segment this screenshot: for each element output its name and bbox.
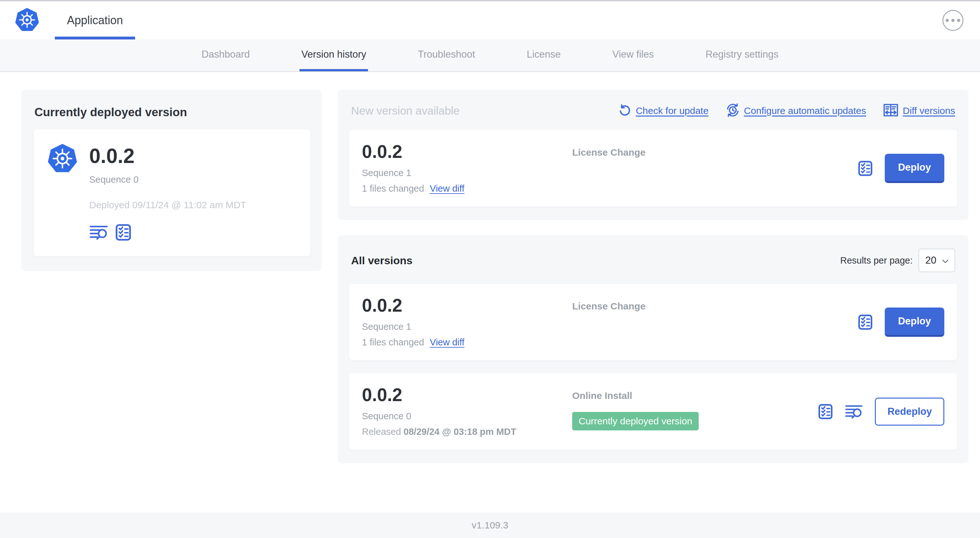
- released-date: 08/29/24 @ 03:18 pm MDT: [404, 427, 517, 437]
- currently-deployed-panel: Currently deployed version: [21, 90, 322, 271]
- results-per-page-value: 20: [926, 255, 936, 266]
- deploy-logs-icon[interactable]: [845, 404, 863, 419]
- deploy-logs-icon[interactable]: [89, 225, 108, 240]
- main-content: Currently deployed version: [0, 72, 980, 513]
- currently-deployed-card: 0.0.2 Sequence 0 Deployed 09/11/24 @ 11:…: [34, 129, 310, 256]
- version-number: 0.0.2: [362, 297, 572, 314]
- check-for-update-link[interactable]: Check for update: [618, 103, 708, 118]
- ellipsis-menu-icon[interactable]: [942, 10, 963, 31]
- tab-dashboard[interactable]: Dashboard: [199, 40, 252, 71]
- kubernetes-logo: [15, 7, 40, 33]
- app-tab-application[interactable]: Application: [55, 1, 135, 40]
- app-tab-label: Application: [67, 14, 123, 27]
- page-tabs: Dashboard Version history Troubleshoot L…: [0, 40, 980, 72]
- tab-view-files[interactable]: View files: [611, 40, 655, 71]
- version-row-sequence-0: 0.0.2 Sequence 0 Released 08/29/24 @ 03:…: [349, 373, 957, 450]
- files-changed-label: 1 files changed: [362, 337, 424, 348]
- diff-versions-link[interactable]: Diff versions: [883, 103, 955, 118]
- view-diff-link[interactable]: View diff: [430, 183, 465, 194]
- tab-registry-settings[interactable]: Registry settings: [703, 40, 780, 71]
- version-source-label: License Change: [572, 301, 646, 311]
- diff-versions-icon: [883, 103, 899, 118]
- new-version-title: New version available: [351, 105, 460, 117]
- footer: v1.109.3: [0, 513, 980, 538]
- currently-deployed-badge: Currently deployed version: [572, 412, 699, 430]
- version-number: 0.0.2: [362, 143, 572, 161]
- current-sequence: Sequence 0: [89, 175, 246, 185]
- tab-troubleshoot[interactable]: Troubleshoot: [416, 40, 477, 71]
- deploy-button[interactable]: Deploy: [885, 308, 944, 337]
- version-sequence: Sequence 1: [362, 322, 572, 332]
- current-version-number: 0.0.2: [89, 146, 246, 166]
- configure-automatic-updates-link[interactable]: Configure automatic updates: [726, 103, 866, 118]
- results-per-page-label: Results per page:: [840, 255, 912, 266]
- kubernetes-logo: [47, 143, 78, 241]
- released-prefix: Released: [362, 427, 404, 437]
- redeploy-button[interactable]: Redeploy: [875, 398, 944, 425]
- view-diff-link[interactable]: View diff: [430, 337, 465, 348]
- console-version: v1.109.3: [471, 520, 508, 531]
- app-tab-active-underline: [55, 37, 135, 40]
- version-sequence: Sequence 0: [362, 411, 572, 422]
- preflight-checks-icon[interactable]: [858, 314, 873, 330]
- deploy-button[interactable]: Deploy: [885, 154, 944, 183]
- version-row-sequence-1: 0.0.2 Sequence 1 1 files changed View di…: [349, 284, 957, 360]
- configure-updates-icon: [726, 103, 740, 118]
- app-bar: Application: [0, 1, 980, 40]
- new-version-panel: New version available: [338, 90, 969, 220]
- all-versions-panel: All versions Results per page: 20: [338, 235, 969, 463]
- tab-license[interactable]: License: [525, 40, 563, 71]
- current-deployed-timestamp: Deployed 09/11/24 @ 11:02 am MDT: [89, 200, 246, 210]
- all-versions-title: All versions: [351, 254, 412, 267]
- preflight-checks-icon[interactable]: [818, 404, 833, 420]
- version-number: 0.0.2: [362, 386, 572, 404]
- configure-automatic-updates-label[interactable]: Configure automatic updates: [744, 105, 866, 116]
- preflight-checks-icon[interactable]: [115, 224, 131, 241]
- files-changed-label: 1 files changed: [362, 183, 424, 194]
- new-version-row: 0.0.2 Sequence 1 1 files changed View di…: [349, 130, 957, 206]
- diff-versions-label[interactable]: Diff versions: [902, 105, 955, 116]
- check-for-update-label[interactable]: Check for update: [636, 105, 708, 116]
- version-source-label: Online Install: [572, 390, 632, 401]
- version-released-timestamp: Released 08/29/24 @ 03:18 pm MDT: [362, 427, 572, 437]
- version-source-label: License Change: [572, 147, 646, 157]
- tab-version-history[interactable]: Version history: [299, 40, 368, 71]
- preflight-checks-icon[interactable]: [858, 160, 873, 176]
- currently-deployed-title: Currently deployed version: [34, 106, 310, 119]
- check-for-update-icon: [618, 103, 632, 118]
- chevron-down-icon: [942, 255, 949, 266]
- results-per-page-select[interactable]: 20: [918, 249, 955, 272]
- version-sequence: Sequence 1: [362, 168, 572, 178]
